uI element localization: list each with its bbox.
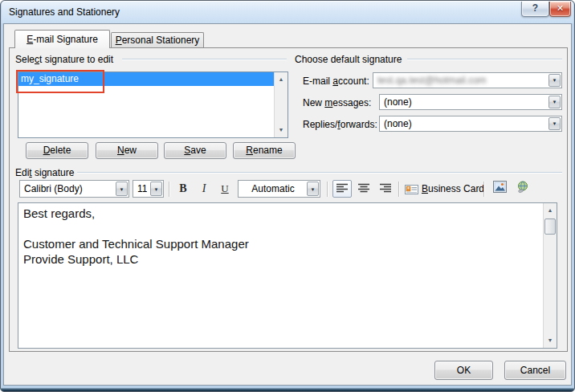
save-button[interactable]: Save bbox=[164, 142, 226, 159]
replies-forwards-label: Replies/forwards: bbox=[303, 119, 377, 130]
chevron-down-icon[interactable]: ▼ bbox=[150, 182, 162, 196]
hyperlink-globe-icon bbox=[516, 181, 530, 194]
font-size-select[interactable]: 11 ▼ bbox=[133, 180, 164, 198]
scroll-up-icon[interactable]: ▲ bbox=[544, 204, 557, 217]
chevron-down-icon[interactable]: ▼ bbox=[548, 117, 561, 130]
align-right-button[interactable] bbox=[376, 180, 395, 198]
signature-editor-scrollbar[interactable]: ▲ ▼ bbox=[543, 203, 557, 348]
signatures-and-stationery-dialog: Signatures and Stationery ? ✕ E-mail Sig… bbox=[0, 0, 575, 392]
group-divider bbox=[407, 59, 562, 59]
email-account-select[interactable]: test.qa.test@hotmail.com ▼ bbox=[373, 72, 562, 88]
new-messages-select[interactable]: (none) ▼ bbox=[379, 94, 562, 110]
font-color-value: Automatic bbox=[243, 181, 304, 197]
business-card-button[interactable]: Business Card bbox=[405, 180, 484, 198]
replies-forwards-value: (none) bbox=[384, 116, 545, 131]
business-card-icon bbox=[405, 184, 418, 194]
replies-forwards-select[interactable]: (none) ▼ bbox=[379, 116, 562, 132]
signature-text[interactable]: Best regards, Customer and Technical Sup… bbox=[18, 203, 543, 348]
italic-button[interactable]: I bbox=[194, 180, 214, 198]
signature-line: Customer and Technical Support Manager bbox=[23, 236, 538, 251]
select-signature-label: Select signature to edit bbox=[15, 54, 113, 65]
rename-button[interactable]: Rename bbox=[233, 142, 296, 159]
choose-default-signature-label: Choose default signature bbox=[295, 54, 402, 65]
close-icon: ✕ bbox=[557, 3, 564, 13]
picture-icon bbox=[493, 181, 507, 193]
toolbar-separator bbox=[169, 182, 169, 197]
ok-button[interactable]: OK bbox=[434, 361, 493, 380]
chevron-down-icon[interactable]: ▼ bbox=[548, 74, 561, 87]
business-card-label: Business Card bbox=[422, 183, 484, 194]
signature-list-scrollbar[interactable]: ▲ ▼ bbox=[274, 72, 288, 137]
toolbar-separator bbox=[327, 182, 328, 197]
underline-button[interactable]: U bbox=[215, 180, 234, 198]
help-button[interactable]: ? bbox=[521, 2, 549, 17]
scroll-down-icon[interactable]: ▼ bbox=[544, 334, 557, 347]
font-size-value: 11 bbox=[137, 181, 147, 197]
group-divider bbox=[122, 59, 287, 59]
insert-picture-button[interactable] bbox=[490, 181, 509, 198]
group-divider bbox=[77, 172, 562, 173]
scroll-up-icon[interactable]: ▲ bbox=[275, 73, 288, 86]
scroll-down-icon[interactable]: ▼ bbox=[275, 124, 288, 137]
help-icon: ? bbox=[532, 2, 538, 14]
titlebar[interactable]: Signatures and Stationery ? ✕ bbox=[2, 1, 573, 23]
font-name-value: Calibri (Body) bbox=[24, 181, 112, 197]
scrollbar-thumb[interactable] bbox=[544, 218, 556, 235]
delete-button[interactable]: Delete bbox=[26, 142, 88, 159]
chevron-down-icon[interactable]: ▼ bbox=[116, 182, 128, 196]
signature-editor[interactable]: Best regards, Customer and Technical Sup… bbox=[18, 202, 557, 349]
align-center-icon bbox=[358, 183, 369, 193]
new-button[interactable]: New bbox=[96, 142, 158, 159]
signature-line: Provide Support, LLC bbox=[23, 251, 538, 267]
email-signature-tab-panel: Select signature to edit my_signature ▲ … bbox=[9, 47, 568, 352]
toolbar-separator bbox=[398, 182, 399, 197]
email-account-label: E-mail account: bbox=[303, 76, 369, 87]
tab-email-signature[interactable]: E-mail Signature bbox=[14, 30, 110, 48]
tab-personal-stationery[interactable]: Personal Stationery bbox=[111, 32, 204, 48]
edit-signature-label: Edit signature bbox=[15, 167, 74, 178]
align-left-button[interactable] bbox=[332, 180, 352, 198]
signature-line bbox=[23, 221, 538, 236]
cancel-button[interactable]: Cancel bbox=[504, 361, 566, 380]
new-messages-value: (none) bbox=[384, 95, 545, 109]
toolbar-separator bbox=[483, 182, 484, 197]
align-right-icon bbox=[380, 183, 391, 193]
chevron-down-icon[interactable]: ▼ bbox=[548, 96, 561, 108]
bold-button[interactable]: B bbox=[173, 180, 193, 198]
font-color-select[interactable]: Automatic ▼ bbox=[238, 180, 320, 198]
window-title: Signatures and Stationery bbox=[9, 6, 120, 18]
signature-line: Best regards, bbox=[23, 206, 538, 221]
chevron-down-icon[interactable]: ▼ bbox=[307, 182, 319, 196]
new-messages-label: New messages: bbox=[303, 97, 371, 108]
font-name-select[interactable]: Calibri (Body) ▼ bbox=[19, 180, 129, 198]
signature-list-item-selected[interactable]: my_signature bbox=[18, 72, 274, 86]
signature-list[interactable]: my_signature ▲ ▼ bbox=[18, 71, 288, 138]
email-account-value: test.qa.test@hotmail.com bbox=[377, 73, 545, 88]
close-button[interactable]: ✕ bbox=[549, 2, 571, 17]
align-left-icon bbox=[336, 183, 348, 193]
insert-hyperlink-button[interactable] bbox=[513, 181, 532, 198]
align-center-button[interactable] bbox=[354, 180, 373, 198]
